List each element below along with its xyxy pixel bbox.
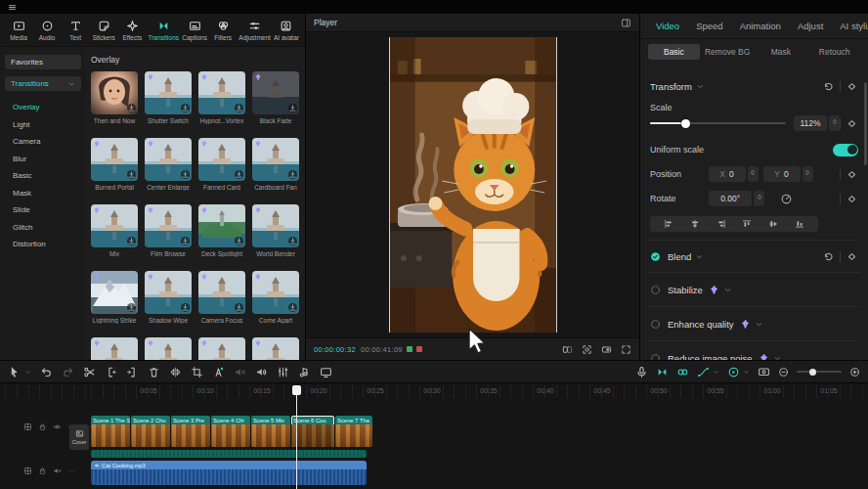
section-checkbox-icon[interactable]	[650, 285, 661, 295]
blend-collapse-icon[interactable]	[695, 252, 704, 261]
align-bottom-icon[interactable]	[795, 219, 804, 229]
tab-video[interactable]: Video	[656, 21, 679, 31]
toolbar-item-filters[interactable]: Filters	[210, 20, 236, 41]
tab-ai-stylize[interactable]: AI stylize	[840, 21, 868, 31]
timeline-clip[interactable]: Scene 4 Chi	[211, 416, 250, 447]
timeline-clip[interactable]: Scene 3 Pre	[171, 416, 210, 447]
sidebar-item-camera[interactable]: Camera	[0, 133, 86, 151]
toolbar-item-audio[interactable]: Audio	[34, 20, 60, 41]
transition-card[interactable]	[198, 337, 245, 360]
position-x-field[interactable]: X 0	[709, 166, 746, 182]
keyframe-graph-caret-icon[interactable]	[713, 369, 719, 376]
position-y-stepper[interactable]	[803, 166, 813, 182]
timeline-clip[interactable]: Scene 2 Cho	[131, 416, 170, 447]
transition-card[interactable]: Lightning Strike	[91, 271, 138, 324]
delete-left-icon[interactable]	[105, 366, 117, 378]
timeline-clip[interactable]: Scene 7 Tha	[335, 416, 372, 447]
transition-card[interactable]: Center Enlarge	[145, 138, 192, 191]
transform-collapse-icon[interactable]	[696, 82, 705, 91]
compare-view-icon[interactable]	[562, 344, 573, 355]
toolbar-item-text[interactable]: Text	[63, 20, 88, 41]
rotate-stepper[interactable]	[754, 191, 764, 206]
section-checkbox-icon[interactable]	[650, 353, 661, 361]
transition-card[interactable]: World Bender	[252, 204, 299, 257]
mute-track-icon[interactable]	[234, 366, 246, 378]
transition-card[interactable]: Mix	[91, 204, 138, 257]
lock-track-icon[interactable]	[38, 467, 47, 475]
timeline-clip[interactable]: Scene 5 Mix	[251, 416, 290, 447]
section-checkbox-icon[interactable]	[650, 319, 661, 330]
auto-captions-icon[interactable]	[212, 366, 225, 378]
aspect-ratio-icon[interactable]	[601, 344, 612, 355]
transition-card[interactable]: Shutter Switch	[145, 71, 192, 124]
playhead-handle[interactable]	[292, 385, 301, 395]
align-top-icon[interactable]	[742, 219, 752, 229]
adjust-levels-icon[interactable]	[277, 366, 289, 378]
scale-value[interactable]: 112%	[794, 115, 827, 131]
transition-card[interactable]: Camera Focus	[198, 271, 245, 324]
video-preview[interactable]	[389, 37, 557, 333]
rotate-keyframe-icon[interactable]	[846, 193, 858, 205]
cover-button[interactable]: Cover	[69, 424, 89, 450]
blend-reset-icon[interactable]	[822, 250, 835, 263]
tab-speed[interactable]: Speed	[696, 21, 722, 31]
linked-audio-strip[interactable]	[91, 450, 367, 458]
transition-card[interactable]: Then and Now	[91, 71, 138, 124]
zoom-fit-icon[interactable]	[849, 367, 860, 378]
timeline-clip-selected[interactable]: Scene 6 Coo	[291, 416, 334, 447]
sidebar-item-basic[interactable]: Basic	[0, 167, 86, 185]
redo-icon[interactable]	[62, 366, 74, 378]
section-collapse-icon[interactable]	[755, 320, 763, 329]
tab-adjust[interactable]: Adjust	[798, 21, 823, 31]
screen-view-icon[interactable]	[758, 366, 770, 378]
toolbar-item-adjustment[interactable]: Adjustment	[239, 20, 271, 41]
mark-in-indicator[interactable]	[407, 346, 412, 352]
scale-slider[interactable]	[650, 117, 786, 129]
blend-keyframe-icon[interactable]	[846, 250, 858, 263]
align-center-horizontal-icon[interactable]	[690, 219, 700, 229]
subtab-remove-bg[interactable]: Remove BG	[702, 44, 754, 60]
zoom-out-icon[interactable]	[778, 367, 789, 378]
transition-card[interactable]: Black Fade	[252, 71, 299, 124]
transition-card[interactable]: Cardboard Fan	[252, 138, 299, 191]
track-options-icon[interactable]	[23, 467, 32, 475]
blend-checkbox-icon[interactable]	[650, 251, 661, 262]
position-x-stepper[interactable]	[748, 166, 759, 182]
zoom-slider-knob[interactable]	[809, 369, 816, 376]
transition-card[interactable]: Deck Spotlight	[198, 204, 245, 257]
transition-card[interactable]: Shadow Wipe	[145, 271, 192, 324]
transition-card[interactable]	[145, 337, 192, 360]
undo-icon[interactable]	[40, 366, 53, 378]
transform-keyframe-icon[interactable]	[846, 80, 858, 93]
track-options-icon[interactable]	[23, 422, 32, 431]
crop-icon[interactable]	[191, 366, 203, 378]
timeline-ruler[interactable]: 00:0500:1000:1500:2000:2500:3000:3500:40…	[0, 385, 868, 398]
inspector-scrollbar[interactable]	[864, 82, 867, 165]
transform-reset-icon[interactable]	[822, 80, 835, 93]
delete-right-icon[interactable]	[126, 366, 139, 378]
lock-track-icon[interactable]	[38, 422, 47, 431]
preview-window-icon[interactable]	[320, 366, 332, 378]
sidebar-category-select[interactable]: Transitions	[5, 76, 81, 91]
keyframe-graph-toggle-icon[interactable]	[697, 366, 710, 378]
select-tool-caret-icon[interactable]	[24, 369, 31, 376]
section-collapse-icon[interactable]	[723, 286, 732, 294]
scale-keyframe-icon[interactable]	[846, 117, 858, 130]
position-keyframe-icon[interactable]	[846, 168, 858, 181]
timeline-clip[interactable]: Scene 1 The S	[91, 416, 130, 447]
mirror-icon[interactable]	[169, 366, 182, 378]
scale-slider-handle[interactable]	[681, 119, 690, 128]
voiceover-mic-icon[interactable]	[635, 366, 648, 378]
sidebar-item-blur[interactable]: Blur	[0, 151, 86, 168]
transition-card[interactable]: Burned Portal	[91, 138, 138, 191]
position-y-field[interactable]: Y 0	[763, 166, 801, 182]
transition-card[interactable]: Film Browse	[145, 204, 192, 257]
uniform-scale-toggle[interactable]	[833, 144, 858, 156]
snapshot-icon[interactable]	[582, 344, 592, 355]
track-more-icon[interactable]	[67, 467, 76, 475]
audio-preview-toggle-icon[interactable]	[727, 366, 740, 378]
menu-icon[interactable]	[8, 3, 17, 12]
select-tool-icon[interactable]	[8, 366, 21, 378]
rotate-value-field[interactable]: 0.00°	[709, 191, 752, 206]
toolbar-item-effects[interactable]: Effects	[119, 20, 145, 41]
